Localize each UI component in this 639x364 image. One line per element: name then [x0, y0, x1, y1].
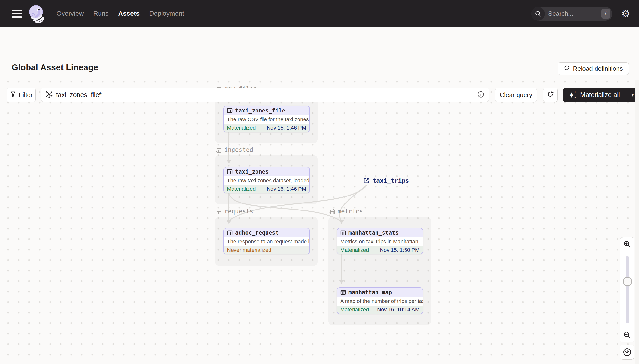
dagster-logo-icon[interactable]: [29, 4, 46, 23]
zoom-slider-handle[interactable]: [623, 277, 632, 286]
materialize-all-split-button: ✦✦✦ Materialize all ▾: [563, 88, 639, 102]
external-link-icon: [363, 178, 370, 184]
nav-overview[interactable]: Overview: [57, 10, 84, 18]
asset-group-icon: [328, 208, 335, 215]
top-navbar: Overview Runs Assets Deployment Search..…: [0, 0, 639, 27]
group-label-ingested[interactable]: ingested: [215, 146, 253, 153]
asset-selection-input-wrap: [41, 88, 489, 102]
download-image-button[interactable]: [620, 345, 634, 360]
materialization-timestamp: Nov 16, 10:14 AM: [377, 306, 419, 313]
asset-description: The raw CSV file for the taxi zones dat.…: [224, 115, 309, 124]
asset-node-taxi-zones-file[interactable]: taxi_zones_file The raw CSV file for the…: [223, 106, 310, 132]
asset-graph-icon: [46, 91, 53, 99]
asset-node-manhattan-stats[interactable]: manhattan_stats Metrics on taxi trips in…: [337, 228, 423, 254]
table-icon: [340, 230, 346, 236]
asset-group-icon: [215, 208, 222, 215]
filter-button[interactable]: Filter: [7, 88, 36, 102]
nav-deployment[interactable]: Deployment: [149, 10, 184, 18]
asset-status-row: Never materialized: [224, 246, 309, 254]
table-icon: [340, 290, 346, 295]
status-badge: Materialized: [227, 186, 256, 192]
status-badge: Materialized: [340, 306, 369, 313]
search-shortcut-badge: /: [601, 9, 610, 18]
lineage-canvas[interactable]: raw_files ingested requests metrics taxi…: [0, 80, 639, 364]
page-title: Global Asset Lineage: [12, 62, 98, 72]
materialization-timestamp: Nov 15, 1:50 PM: [380, 247, 419, 253]
materialization-timestamp: Nov 15, 1:46 PM: [267, 186, 306, 192]
clear-query-button[interactable]: Clear query: [495, 88, 537, 102]
search-icon: [531, 7, 545, 20]
table-icon: [227, 230, 233, 236]
filter-funnel-icon: [10, 91, 16, 99]
asset-description: Metrics on taxi trips in Manhattan: [337, 237, 423, 246]
zoom-controls: [620, 237, 634, 342]
asset-status-row: Materialized Nov 15, 1:46 PM: [224, 185, 309, 193]
lineage-edges: [0, 80, 639, 364]
zoom-slider-track[interactable]: [626, 256, 629, 323]
nav-runs[interactable]: Runs: [94, 10, 109, 18]
page-header: Global Asset Lineage Reload definitions …: [0, 27, 639, 80]
asset-selection-input[interactable]: [56, 91, 477, 99]
query-info-icon[interactable]: [477, 91, 484, 99]
asset-description: A map of the number of trips per taxi z.…: [337, 297, 423, 306]
materialization-timestamp: Nov 15, 1:46 PM: [267, 125, 306, 131]
status-badge: Never materialized: [227, 247, 271, 253]
table-icon: [227, 169, 233, 174]
refresh-icon: [547, 91, 554, 99]
refresh-graph-button[interactable]: [543, 88, 558, 102]
external-asset-taxi-trips[interactable]: taxi_trips: [363, 177, 409, 184]
zoom-out-button[interactable]: [620, 328, 634, 342]
group-label-requests[interactable]: requests: [215, 208, 253, 215]
asset-status-row: Materialized Nov 16, 10:14 AM: [337, 306, 423, 314]
search-placeholder: Search...: [548, 10, 601, 18]
asset-description: The raw taxi zones dataset, loaded int..…: [224, 176, 309, 185]
asset-node-manhattan-map[interactable]: manhattan_map A map of the number of tri…: [337, 288, 423, 314]
materialize-all-button[interactable]: ✦✦✦ Materialize all: [563, 88, 626, 102]
reload-definitions-button[interactable]: Reload definitions: [558, 62, 629, 75]
table-icon: [227, 108, 233, 114]
settings-gear-icon[interactable]: ⚙: [612, 0, 639, 27]
asset-node-adhoc-request[interactable]: adhoc_request The response to an request…: [223, 228, 310, 254]
asset-status-row: Materialized Nov 15, 1:50 PM: [337, 246, 423, 254]
nav-assets[interactable]: Assets: [118, 10, 140, 18]
group-label-metrics[interactable]: metrics: [328, 208, 363, 215]
asset-status-row: Materialized Nov 15, 1:46 PM: [224, 124, 309, 132]
menu-icon[interactable]: [12, 10, 22, 18]
status-badge: Materialized: [340, 247, 369, 253]
sparkle-icon: ✦✦✦: [568, 90, 577, 100]
zoom-in-button[interactable]: [620, 237, 634, 252]
status-badge: Materialized: [227, 125, 256, 131]
primary-nav: Overview Runs Assets Deployment: [57, 10, 184, 18]
zoom-slider: [620, 251, 634, 328]
asset-node-taxi-zones[interactable]: taxi_zones The raw taxi zones dataset, l…: [223, 167, 310, 193]
global-search[interactable]: Search... /: [531, 7, 612, 20]
scrollbar-gutter[interactable]: [635, 80, 639, 364]
asset-group-icon: [215, 146, 222, 153]
asset-description: The response to an request made in th...: [224, 237, 309, 246]
reload-icon: [564, 65, 570, 73]
